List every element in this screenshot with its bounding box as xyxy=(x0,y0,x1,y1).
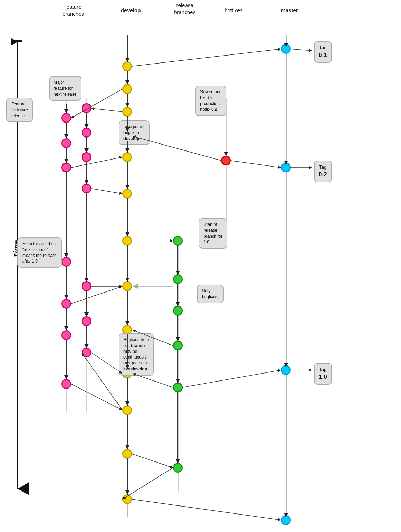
feature2-node-3 xyxy=(82,152,91,162)
tag-02-value: 0.2 xyxy=(319,170,327,179)
feature2-node-5 xyxy=(82,281,91,291)
svg-line-53 xyxy=(91,353,122,374)
feature2-node-1 xyxy=(82,103,91,113)
svg-line-59 xyxy=(71,286,122,304)
develop-node-7 xyxy=(122,236,132,246)
master-branch-line xyxy=(286,35,287,517)
develop-node-3 xyxy=(122,107,132,117)
release-node-3 xyxy=(173,306,183,316)
svg-line-40 xyxy=(290,49,312,51)
svg-line-57 xyxy=(122,468,173,499)
develop-node-11 xyxy=(122,405,132,415)
feature1-node-2 xyxy=(61,138,71,148)
develop-node-5 xyxy=(122,152,132,162)
master-node-2 xyxy=(281,163,291,172)
master-node-4 xyxy=(281,515,291,525)
feature2-node-6 xyxy=(82,316,91,326)
tag-01: Tag 0.1 xyxy=(314,41,332,63)
release-node-5 xyxy=(173,383,183,392)
master-label: master xyxy=(275,7,303,14)
feature1-node-6 xyxy=(61,330,71,340)
tag-02: Tag 0.2 xyxy=(314,161,332,182)
callout-start-release: Start ofreleasebranch for1.0 xyxy=(199,218,227,249)
develop-node-1 xyxy=(122,61,132,71)
hotfixes-label: hotfixes xyxy=(218,7,249,14)
feature2-node-2 xyxy=(82,128,91,138)
develop-node-2 xyxy=(122,84,132,94)
callout-severe-bug: Severe bugfixed forproduction:hotfix 0.2 xyxy=(195,86,226,116)
feature2-node-7 xyxy=(82,348,91,357)
tag-10: Tag 1.0 xyxy=(314,363,332,385)
svg-line-55 xyxy=(91,108,122,112)
tag-02-label: Tag xyxy=(319,164,327,170)
svg-line-52 xyxy=(71,384,122,410)
release-node-2 xyxy=(173,274,183,284)
develop-node-13 xyxy=(122,494,132,504)
callout-bugfixes-from: Bugfixes fromrel. branchmay becontinuous… xyxy=(119,333,154,376)
release-node-4 xyxy=(173,341,183,350)
svg-line-49 xyxy=(133,374,173,387)
feature-branch-line-2 xyxy=(86,98,87,412)
tag-01-label: Tag xyxy=(319,45,327,51)
release-node-6 xyxy=(173,463,183,473)
feature1-node-5 xyxy=(61,299,71,309)
svg-line-39 xyxy=(132,49,281,66)
feature1-node-7 xyxy=(61,379,71,389)
hotfixes-branch-line xyxy=(226,98,227,237)
callout-major-feature: Majorfeature fornext release xyxy=(49,76,81,101)
feature1-node-1 xyxy=(61,113,71,123)
callout-from-this-point: From this point on,"next release"means t… xyxy=(17,237,62,268)
release-node-1 xyxy=(173,236,183,246)
develop-node-12 xyxy=(122,449,132,459)
develop-node-6 xyxy=(122,189,132,199)
develop-label: develop xyxy=(117,7,145,14)
feature2-node-4 xyxy=(82,184,91,193)
tag-10-label: Tag xyxy=(319,367,327,373)
master-node-1 xyxy=(281,44,291,54)
feature1-node-3 xyxy=(61,163,71,172)
svg-line-56 xyxy=(132,454,173,468)
callout-incorporate-bugfix: Incorporatebugfix indevelop xyxy=(119,120,150,145)
svg-rect-1 xyxy=(13,40,22,42)
svg-line-51 xyxy=(91,189,122,194)
develop-node-8 xyxy=(122,281,132,291)
feature-branches-label: feature branches xyxy=(54,3,92,17)
tag-10-value: 1.0 xyxy=(319,373,327,381)
svg-line-50 xyxy=(71,157,122,168)
callout-only-bugfixes: Onlybugfixes! xyxy=(197,285,224,303)
master-node-3 xyxy=(281,365,291,375)
svg-line-43 xyxy=(230,161,281,168)
hotfix-node-1 xyxy=(221,156,231,165)
release-branches-label: releasebranches xyxy=(164,2,206,15)
feature1-node-4 xyxy=(61,257,71,267)
svg-line-46 xyxy=(182,370,281,387)
svg-line-61 xyxy=(82,353,122,410)
svg-line-62 xyxy=(132,499,281,520)
tag-01-value: 0.1 xyxy=(319,51,327,59)
callout-feature-future: Featurefor futurerelease xyxy=(6,98,33,122)
